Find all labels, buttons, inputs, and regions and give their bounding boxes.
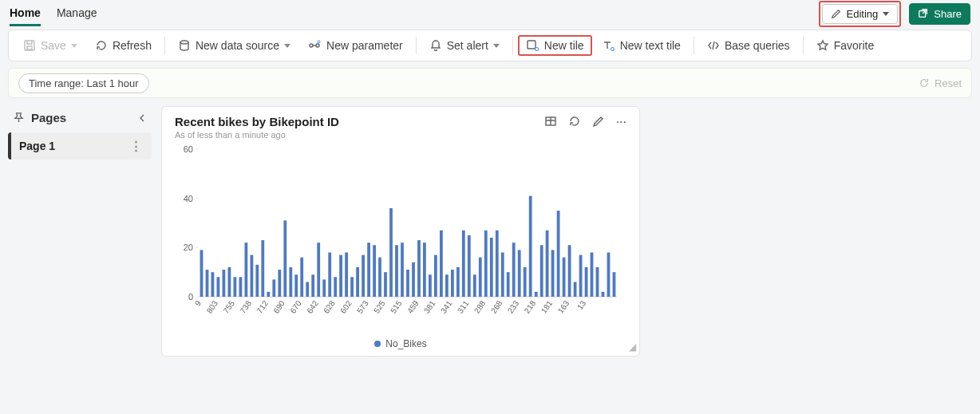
reset-button[interactable]: Reset [919, 77, 962, 89]
svg-rect-7 [528, 41, 535, 49]
bar [300, 258, 303, 297]
pages-header: Pages [8, 106, 152, 132]
save-button[interactable]: Save [15, 35, 85, 56]
bar [490, 238, 493, 297]
refresh-button[interactable]: Refresh [87, 35, 160, 56]
database-icon [178, 39, 191, 52]
svg-text:20: 20 [184, 242, 193, 252]
bar [339, 255, 342, 297]
bar [607, 253, 611, 298]
bar [585, 267, 588, 297]
bar [445, 274, 449, 297]
save-icon [23, 39, 36, 52]
chart-legend: No_Bikes [175, 338, 626, 349]
svg-text:642: 642 [305, 298, 320, 314]
bar [440, 231, 443, 297]
table-icon[interactable] [544, 115, 557, 128]
editing-button[interactable]: Editing [822, 4, 899, 24]
pencil-icon [831, 8, 842, 19]
svg-text:573: 573 [355, 298, 370, 314]
separator [803, 37, 804, 54]
favorite-button[interactable]: Favorite [808, 35, 883, 56]
sidebar: Pages Page 1 ⋮ [8, 106, 152, 357]
new-data-source-button[interactable]: New data source [170, 35, 298, 56]
bar [395, 245, 398, 297]
svg-text:738: 738 [238, 298, 253, 314]
bar [512, 242, 516, 297]
tab-home[interactable]: Home [10, 2, 41, 26]
bar [294, 274, 298, 297]
bar [456, 267, 460, 297]
new-tile-label: New tile [544, 39, 584, 52]
toolbar: Save Refresh New data source New paramet… [8, 30, 972, 61]
top-actions: Editing Share [819, 1, 970, 27]
base-queries-button[interactable]: Base queries [699, 35, 798, 56]
bar [529, 196, 532, 297]
bar [579, 255, 583, 297]
svg-text:381: 381 [422, 298, 437, 314]
new-parameter-button[interactable]: New parameter [300, 35, 411, 56]
bar [200, 250, 204, 297]
share-button[interactable]: Share [909, 3, 970, 25]
tile-icon [526, 39, 539, 52]
bar [356, 267, 359, 297]
bar [535, 292, 538, 297]
set-alert-button[interactable]: Set alert [421, 35, 508, 56]
set-alert-label: Set alert [447, 39, 488, 52]
bar [283, 220, 286, 297]
svg-text:218: 218 [523, 298, 538, 314]
bar [484, 231, 488, 297]
time-range-pill[interactable]: Time range: Last 1 hour [18, 73, 149, 93]
svg-text:40: 40 [184, 194, 193, 203]
bar [272, 279, 275, 297]
new-tile-button[interactable]: New tile [518, 35, 592, 56]
bar [412, 262, 415, 297]
separator [512, 37, 513, 54]
bar [473, 274, 476, 297]
svg-text:268: 268 [489, 298, 504, 314]
bar [378, 258, 381, 297]
sidebar-item-label: Page 1 [19, 140, 55, 152]
bar [401, 242, 404, 297]
new-parameter-label: New parameter [326, 39, 403, 52]
bar [317, 242, 320, 297]
highlight-editing: Editing [819, 1, 902, 27]
resize-handle[interactable]: ◢ [629, 341, 636, 353]
bar [311, 274, 314, 297]
sidebar-item-page-1[interactable]: Page 1 ⋮ [8, 132, 152, 160]
bar [518, 250, 521, 297]
bar [423, 242, 426, 297]
bar [267, 292, 270, 297]
more-icon[interactable]: ⋮ [130, 139, 144, 153]
more-icon[interactable]: ··· [616, 115, 626, 129]
tab-manage[interactable]: Manage [57, 2, 97, 26]
chart-tile: Recent bikes by Bikepoint ID As of less … [161, 106, 640, 357]
bar [389, 208, 393, 297]
new-text-tile-button[interactable]: New text tile [594, 35, 689, 56]
bar [479, 258, 482, 297]
svg-text:755: 755 [221, 298, 236, 314]
svg-text:690: 690 [271, 298, 286, 314]
text-tile-icon [602, 39, 615, 52]
svg-text:9: 9 [193, 298, 203, 307]
bar [507, 272, 510, 297]
pencil-icon[interactable] [592, 115, 605, 128]
bar [563, 258, 566, 297]
svg-text:602: 602 [338, 298, 354, 314]
bar [568, 245, 571, 297]
svg-text:628: 628 [322, 298, 337, 314]
svg-point-4 [310, 44, 313, 47]
pages-title: Pages [31, 111, 66, 124]
top-bar: Home Manage Editing Share [0, 0, 980, 27]
chevron-left-icon[interactable] [137, 113, 147, 123]
bar [350, 277, 354, 297]
bar [462, 231, 465, 297]
main-layout: Pages Page 1 ⋮ Recent bikes by Bikepoint… [8, 106, 972, 357]
refresh-icon[interactable] [568, 115, 581, 128]
new-data-source-label: New data source [196, 39, 279, 52]
svg-text:525: 525 [372, 298, 387, 314]
bar [591, 253, 594, 298]
bar [384, 272, 387, 297]
svg-text:712: 712 [255, 298, 270, 314]
svg-text:311: 311 [456, 298, 471, 314]
